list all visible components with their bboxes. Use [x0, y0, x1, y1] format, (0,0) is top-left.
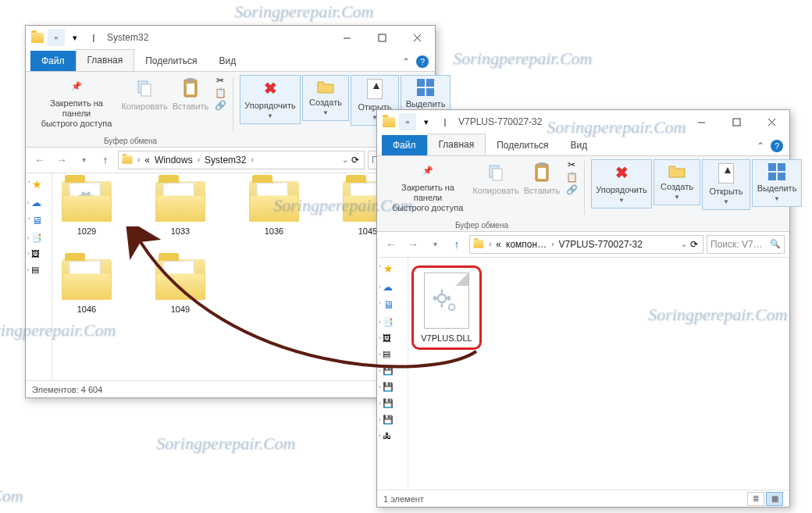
tab-view[interactable]: Вид: [208, 51, 247, 71]
navigation-pane[interactable]: ˅★ ›☁ ˅🖥 ›📑 ›🖼 ›▤: [26, 173, 52, 380]
folder-item[interactable]: 1029: [55, 181, 118, 236]
explorer-window-system32: ▫ ▾ | System32 Файл Главная Поделиться В…: [25, 25, 436, 398]
breadcrumb[interactable]: › « компон… › V7PLUS-770027-32 ⌄ ⟳: [469, 235, 703, 254]
view-large-icons-icon[interactable]: ▦: [766, 492, 783, 506]
tab-share[interactable]: Поделиться: [486, 135, 559, 155]
copy-path-icon[interactable]: 📋: [564, 172, 579, 183]
folder-item[interactable]: 1036: [243, 181, 305, 236]
sidebar-item-onedrive[interactable]: ›☁: [27, 197, 50, 208]
cut-icon[interactable]: ✂: [564, 159, 579, 170]
close-button[interactable]: [400, 27, 435, 48]
copy-button[interactable]: Копировать: [121, 75, 168, 115]
sidebar-item[interactable]: ›🖼: [379, 333, 406, 343]
ribbon-collapse-icon[interactable]: ⌃: [402, 56, 410, 67]
up-button[interactable]: ↑: [447, 235, 466, 254]
sidebar-item[interactable]: ›💾: [379, 365, 406, 376]
paste-shortcut-icon[interactable]: 🔗: [564, 184, 579, 195]
copy-button[interactable]: Копировать: [472, 159, 519, 199]
sidebar-item-quickaccess[interactable]: ˅★: [27, 178, 50, 191]
maximize-button[interactable]: [365, 27, 400, 48]
breadcrumb[interactable]: › « Windows › System32 › ⌄ ⟳: [118, 151, 365, 169]
chevron-right-icon[interactable]: ›: [136, 155, 141, 164]
sidebar-item[interactable]: ›💾: [379, 382, 406, 392]
select-button[interactable]: Выделить▼: [752, 159, 802, 207]
organize-button[interactable]: ✖ Упорядочить▼: [240, 75, 301, 124]
sidebar-item[interactable]: ›🖼: [27, 249, 50, 258]
back-button[interactable]: ←: [382, 235, 401, 254]
folder-label: 1036: [265, 226, 283, 236]
refresh-icon[interactable]: ⟳: [351, 155, 359, 166]
file-item-v7plus-dll[interactable]: V7PLUS.DLL: [411, 265, 482, 350]
ribbon-collapse-icon[interactable]: ⌃: [757, 141, 764, 151]
crumb-segment[interactable]: компон…: [504, 239, 548, 250]
properties-icon[interactable]: ▫: [48, 29, 65, 46]
close-button[interactable]: [754, 111, 789, 133]
help-icon[interactable]: ?: [771, 140, 783, 152]
crumb-segment[interactable]: «: [143, 155, 151, 166]
paste-button[interactable]: Вставить: [169, 75, 212, 115]
refresh-icon[interactable]: ⟳: [690, 239, 698, 250]
minimize-button[interactable]: [684, 111, 719, 133]
dropdown-icon[interactable]: ⌄: [342, 155, 348, 164]
minimize-button[interactable]: [329, 27, 365, 48]
tab-view[interactable]: Вид: [559, 135, 598, 155]
pin-quickaccess-button[interactable]: 📌 Закрепить на панели быстрого доступа: [34, 75, 119, 133]
folder-item[interactable]: 1033: [149, 181, 212, 236]
file-list[interactable]: V7PLUS.DLL: [408, 258, 789, 490]
forward-button[interactable]: →: [404, 235, 422, 254]
qat-dropdown-icon[interactable]: ▾: [66, 29, 84, 46]
dropdown-icon[interactable]: ⌄: [681, 240, 687, 248]
titlebar[interactable]: ▫ ▾ | System32: [26, 26, 435, 49]
crumb-segment[interactable]: System32: [203, 155, 248, 166]
paste-shortcut-icon[interactable]: 🔗: [213, 100, 227, 111]
chevron-right-icon[interactable]: ›: [196, 155, 201, 164]
crumb-segment[interactable]: V7PLUS-770027-32: [557, 239, 643, 250]
recent-locations-button[interactable]: ▾: [426, 235, 444, 254]
recent-locations-button[interactable]: ▾: [74, 151, 93, 169]
tab-home[interactable]: Главная: [76, 49, 135, 71]
paste-button[interactable]: Вставить: [521, 159, 563, 199]
back-button[interactable]: ←: [30, 151, 49, 169]
sidebar-item-onedrive[interactable]: ›☁: [379, 281, 406, 293]
crumb-segment[interactable]: «: [494, 239, 503, 250]
sidebar-item[interactable]: ›💾: [379, 398, 406, 408]
help-icon[interactable]: ?: [416, 55, 429, 68]
chevron-right-icon[interactable]: ›: [550, 240, 555, 248]
forward-button[interactable]: →: [52, 151, 71, 169]
svg-rect-16: [539, 162, 545, 166]
chevron-right-icon[interactable]: ›: [487, 240, 493, 248]
open-button[interactable]: Открыть▼: [702, 159, 750, 210]
organize-button[interactable]: ✖ Упорядочить▼: [591, 159, 652, 208]
svg-rect-7: [187, 78, 194, 82]
sidebar-item[interactable]: ›📑: [379, 317, 406, 327]
maximize-button[interactable]: [719, 111, 754, 133]
sidebar-item-network[interactable]: ›🖧: [379, 431, 406, 440]
sidebar-item-thispc[interactable]: ˅🖥: [27, 215, 50, 226]
cut-icon[interactable]: ✂: [213, 75, 227, 86]
folder-item[interactable]: 1046: [55, 259, 118, 314]
search-input[interactable]: Поиск: V7…🔍: [707, 235, 785, 254]
sidebar-item[interactable]: ›💾: [379, 415, 406, 425]
sidebar-item[interactable]: ›📑: [27, 233, 50, 243]
properties-icon[interactable]: ▫: [399, 113, 416, 130]
sidebar-item-quickaccess[interactable]: ˅★: [379, 262, 406, 275]
new-button[interactable]: Создать▼: [654, 159, 700, 205]
pin-quickaccess-button[interactable]: 📌 Закрепить на панели быстрого доступа: [385, 159, 471, 217]
tab-file[interactable]: Файл: [382, 135, 427, 155]
crumb-segment[interactable]: Windows: [153, 155, 194, 166]
tab-share[interactable]: Поделиться: [134, 51, 208, 71]
tab-home[interactable]: Главная: [427, 134, 486, 155]
sidebar-item[interactable]: ›▤: [27, 265, 50, 275]
copy-path-icon[interactable]: 📋: [213, 87, 227, 98]
sidebar-item-thispc[interactable]: ˅🖥: [379, 299, 406, 311]
qat-dropdown-icon[interactable]: ▾: [418, 113, 435, 130]
new-button[interactable]: Создать▼: [302, 75, 349, 121]
sidebar-item[interactable]: ›▤: [379, 349, 406, 359]
view-details-icon[interactable]: ≣: [747, 492, 764, 506]
folder-item[interactable]: 1049: [149, 259, 212, 314]
chevron-right-icon[interactable]: ›: [249, 155, 255, 164]
titlebar[interactable]: ▫ ▾ | V7PLUS-770027-32: [377, 110, 789, 134]
tab-file[interactable]: Файл: [30, 51, 76, 71]
navigation-pane[interactable]: ˅★ ›☁ ˅🖥 ›📑 ›🖼 ›▤ ›💾 ›💾 ›💾 ›💾 ›🖧: [377, 258, 408, 490]
up-button[interactable]: ↑: [96, 151, 115, 169]
